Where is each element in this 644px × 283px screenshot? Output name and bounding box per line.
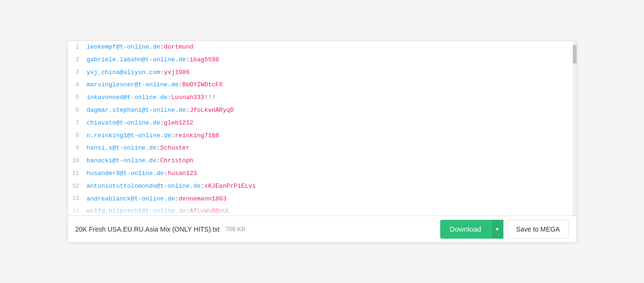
- line-content: andreablanck@t-online.de:dennemann1803: [87, 194, 226, 204]
- line-number: 7: [68, 119, 87, 128]
- separator: :: [157, 144, 160, 151]
- line-number: 11: [68, 169, 87, 178]
- line-number: 1: [68, 43, 87, 52]
- line-number: 10: [68, 157, 87, 166]
- email-part: dagmar.stephani@t-online.de: [87, 107, 186, 114]
- email-part: marvinglesner@t-online.de: [87, 81, 179, 88]
- password-part: xKJEanPrPiELvi: [204, 183, 256, 190]
- table-row: 13andreablanck@t-online.de:dennemann1803: [68, 193, 577, 206]
- separator: :: [175, 195, 179, 202]
- table-row: 14wolfg.hilprecht@t-online.de:AfLvWxBBnU…: [68, 205, 577, 216]
- line-number: 4: [68, 81, 87, 90]
- separator: :: [157, 157, 160, 164]
- line-number: 5: [68, 93, 87, 102]
- table-row: 2gabriele.labahn@t-online.de:ibag5598: [68, 54, 577, 67]
- password-part: Christoph: [160, 157, 193, 164]
- line-number: 8: [68, 131, 87, 140]
- separator: :: [201, 183, 204, 190]
- email-part: leokempf@t-online.de: [87, 43, 160, 50]
- table-row: 10banacki@t-online.de:Christoph: [68, 155, 577, 167]
- separator: :: [171, 132, 175, 139]
- line-content: yxj_china@aliyun.com:yxj1986: [87, 68, 190, 78]
- line-content: hansi.s@t-online.de:Schuster: [87, 143, 190, 153]
- password-part: Lusnah333!!!: [171, 94, 216, 101]
- email-part: yxj_china@aliyun.com: [87, 69, 160, 76]
- password-part: dennemann1803: [179, 195, 226, 202]
- password-part: yxj1986: [164, 69, 190, 76]
- password-part: dortmund: [164, 43, 193, 50]
- password-part: AfLvWxBBnUL: [190, 208, 230, 215]
- separator: :: [186, 107, 190, 114]
- password-part: ibag5598: [190, 56, 219, 63]
- file-size: 708 KB: [226, 225, 246, 233]
- table-row: 5inkavonoed@t-online.de:Lusnah333!!!: [68, 92, 577, 104]
- table-row: 12antoniotuttolomondo@t-online.de:xKJEan…: [68, 180, 577, 193]
- email-part: wolfg.hilprecht@t-online.de: [87, 208, 186, 215]
- separator: :: [186, 208, 190, 215]
- line-number: 14: [68, 207, 87, 216]
- line-content: dagmar.stephani@t-online.de:JfoLkvnARyqD: [87, 106, 234, 116]
- scrollbar[interactable]: [573, 41, 577, 216]
- line-content: wolfg.hilprecht@t-online.de:AfLvWxBBnUL: [87, 207, 230, 216]
- download-chevron-button[interactable]: ▾: [491, 220, 503, 239]
- download-button[interactable]: Download: [440, 220, 491, 239]
- line-content: gabriele.labahn@t-online.de:ibag5598: [87, 55, 219, 65]
- table-row: 3yxj_china@aliyun.com:yxj1986: [68, 67, 577, 79]
- table-row: 4marvinglesner@t-online.de:BbOYIWDtcFX: [68, 79, 577, 92]
- table-row: 6dagmar.stephani@t-online.de:JfoLkvnARyq…: [68, 104, 577, 117]
- scrollbar-thumb[interactable]: [573, 45, 577, 64]
- email-part: antoniotuttolomondo@t-online.de: [87, 183, 201, 190]
- separator: :: [167, 94, 171, 101]
- table-row: 9hansi.s@t-online.de:Schuster: [68, 142, 577, 155]
- actions-area: Download ▾ Save to MEGA: [440, 220, 569, 239]
- separator: :: [164, 170, 167, 177]
- email-part: banacki@t-online.de: [87, 157, 157, 164]
- table-row: 7chiavato@t-online.de:gleb1212: [68, 117, 577, 130]
- line-number: 6: [68, 106, 87, 115]
- password-part: gleb1212: [164, 119, 193, 126]
- file-name: 20K Fresh USA.EU.RU.Asia Mix (ONLY HITS)…: [75, 225, 220, 233]
- email-part: inkavonoed@t-online.de: [87, 94, 168, 101]
- email-part: gabriele.labahn@t-online.de: [87, 56, 186, 63]
- line-content: inkavonoed@t-online.de:Lusnah333!!!: [87, 93, 216, 103]
- table-row: 1leokempf@t-online.de:dortmund: [68, 41, 577, 54]
- file-viewer: 1leokempf@t-online.de:dortmund2gabriele.…: [67, 41, 577, 242]
- line-content: marvinglesner@t-online.de:BbOYIWDtcFX: [87, 80, 223, 90]
- password-part: reinking7188: [175, 132, 219, 139]
- line-content: antoniotuttolomondo@t-online.de:xKJEanPr…: [87, 182, 256, 191]
- email-part: andreablanck@t-online.de: [87, 195, 175, 202]
- email-part: n.reinking1@t-online.de: [87, 132, 171, 139]
- table-row: 11husander8@t-online.de:husan123: [68, 167, 577, 180]
- line-content: chiavato@t-online.de:gleb1212: [87, 118, 193, 128]
- table-row: 8n.reinking1@t-online.de:reinking7188: [68, 130, 577, 142]
- line-content: husander8@t-online.de:husan123: [87, 169, 197, 179]
- bottom-bar: 20K Fresh USA.EU.RU.Asia Mix (ONLY HITS)…: [68, 216, 577, 242]
- code-area: 1leokempf@t-online.de:dortmund2gabriele.…: [68, 41, 577, 216]
- line-number: 13: [68, 194, 87, 203]
- password-part: JfoLkvnARyqD: [190, 107, 234, 114]
- line-number: 3: [68, 68, 87, 77]
- password-part: BbOYIWDtcFX: [182, 81, 223, 88]
- email-part: chiavato@t-online.de: [87, 119, 160, 126]
- email-part: hansi.s@t-online.de: [87, 144, 157, 151]
- line-number: 9: [68, 144, 87, 153]
- line-number: 12: [68, 182, 87, 191]
- password-part: husan123: [167, 170, 197, 177]
- line-content: banacki@t-online.de:Christoph: [87, 156, 193, 166]
- separator: :: [186, 56, 190, 63]
- password-part: Schuster: [160, 144, 190, 151]
- save-to-mega-button[interactable]: Save to MEGA: [507, 220, 569, 239]
- line-number: 2: [68, 56, 87, 65]
- line-content: leokempf@t-online.de:dortmund: [87, 42, 193, 52]
- file-info: 20K Fresh USA.EU.RU.Asia Mix (ONLY HITS)…: [75, 225, 246, 233]
- code-content: 1leokempf@t-online.de:dortmund2gabriele.…: [68, 41, 577, 216]
- line-content: n.reinking1@t-online.de:reinking7188: [87, 131, 219, 141]
- email-part: husander8@t-online.de: [87, 170, 164, 177]
